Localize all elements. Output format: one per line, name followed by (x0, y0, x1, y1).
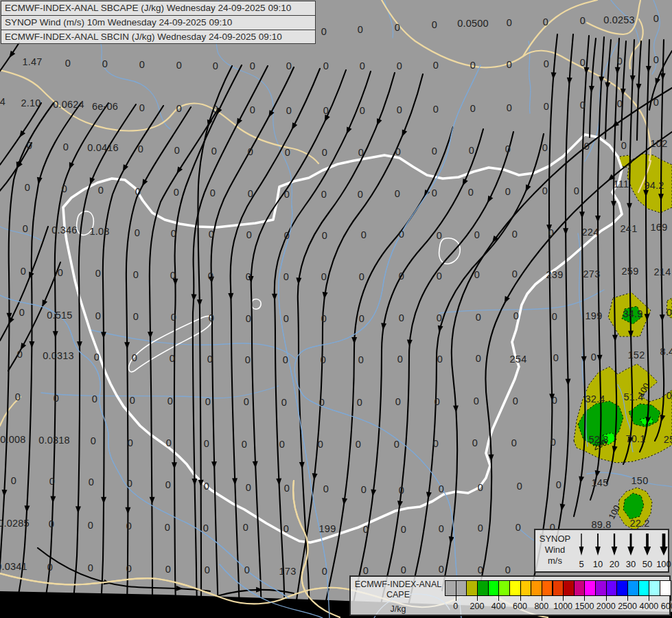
station-value: 0.0313 (43, 350, 74, 361)
cape-scale-label: 6000 (655, 602, 672, 611)
arrowhead-icon (101, 332, 106, 339)
station-value: 0 (653, 97, 659, 108)
arrowhead-icon (6, 317, 14, 325)
arrowhead-icon (77, 341, 82, 348)
arrowhead-icon (232, 478, 237, 485)
station-value: 173 (279, 566, 297, 577)
arrowhead-icon (290, 122, 298, 131)
station-value: 0 (363, 565, 369, 576)
station-value: 0 (512, 229, 518, 240)
wind-arrow-icon (579, 547, 584, 556)
station-value: 0 (439, 483, 444, 494)
arrowhead-icon (253, 461, 258, 468)
lake-outline (251, 299, 261, 309)
title-line-wind: SYNOP Wind (m/s) 10m Wednesday 24-09-202… (1, 16, 315, 30)
arrowhead-icon (588, 86, 594, 93)
cape-scale-tick (563, 596, 564, 601)
station-value: 0 (139, 59, 145, 70)
station-value: 0 (244, 564, 250, 575)
station-value: 0 (363, 524, 369, 535)
station-value: 0 (399, 485, 404, 496)
arrowhead-icon (426, 492, 432, 499)
station-value: 0 (542, 185, 548, 196)
arrowhead-icon (321, 292, 327, 299)
station-value: 70.1 (625, 433, 645, 444)
station-value: 0 (505, 186, 511, 197)
station-value: 0 (507, 59, 512, 70)
station-value: 0 (250, 60, 255, 71)
streamline (298, 73, 395, 608)
wind-arrow-icon (660, 547, 667, 556)
arrowhead-icon (24, 505, 30, 512)
cape-scale-tick (606, 596, 607, 601)
arrowhead-icon (453, 405, 459, 412)
station-value: 0 (23, 223, 28, 234)
arrowhead-icon (614, 67, 620, 74)
cape-scale-cell (445, 580, 456, 596)
title-box: ECMWF-INDEX-ANAL SBCAPE (J/kg) Wednesday… (1, 1, 316, 44)
station-value: 0 (245, 354, 251, 365)
arrowhead-icon (67, 162, 74, 170)
station-value: 0 (62, 183, 67, 194)
arrowhead-icon (228, 293, 233, 300)
station-value: 0.0341 (0, 561, 27, 572)
station-value: 0 (285, 147, 290, 158)
arrowhead-icon (374, 118, 382, 126)
streamline (637, 41, 641, 140)
station-value: 0.346 (51, 225, 77, 236)
arrowhead-icon (50, 496, 56, 503)
arrowhead-icon (272, 294, 277, 301)
station-value: 150 (632, 475, 649, 486)
country-border-line (523, 0, 597, 56)
station-value: 0 (207, 354, 213, 365)
arrowhead-icon (460, 179, 468, 187)
station-value: 0 (513, 396, 518, 407)
station-value: 0 (470, 60, 476, 71)
station-value: 0 (432, 146, 437, 157)
cape-legend-title: ECMWF-INDEX-ANAL CAPE (354, 580, 443, 600)
station-value: 0 (515, 522, 521, 533)
station-value: 0 (139, 102, 145, 113)
station-value: 0.0318 (38, 435, 70, 446)
arrowhead-icon (612, 334, 618, 341)
station-value: 0 (394, 439, 399, 450)
station-value: 0 (213, 60, 218, 71)
station-value: 0 (321, 354, 326, 365)
lake-outline (439, 238, 461, 264)
station-value: 94.2 (644, 180, 664, 191)
cape-scale-tick (456, 596, 456, 601)
station-value: 0 (17, 349, 23, 360)
station-value: 0 (395, 396, 401, 407)
cape-scale-cell (456, 580, 467, 596)
station-value: 0 (128, 437, 133, 448)
wind-speed-label: 20 (610, 559, 619, 569)
arrowhead-icon (296, 277, 302, 285)
station-value: 0 (505, 564, 511, 575)
cape-scale-cell (553, 580, 564, 596)
station-value: 0 (474, 229, 480, 240)
station-value: 0 (359, 313, 364, 324)
station-value: 0 (284, 483, 290, 494)
station-value: 4 (0, 96, 5, 107)
station-value: 25 (664, 434, 672, 445)
station-value: 0 (319, 397, 325, 408)
station-value: 111 (614, 179, 629, 190)
station-value: 0 (397, 104, 402, 115)
station-value: 0 (283, 271, 289, 282)
arrowhead-icon (636, 84, 641, 91)
station-value: 0 (127, 478, 132, 489)
country-border-line (0, 70, 318, 163)
station-value: 0 (360, 60, 365, 71)
station-value: 0 (322, 566, 327, 577)
station-value: 0 (544, 58, 549, 69)
station-value: 0 (204, 481, 209, 492)
arrowhead-icon (599, 76, 605, 83)
hungary-border (63, 135, 622, 542)
station-value: 0 (283, 313, 289, 324)
station-value: 0 (468, 187, 474, 198)
station-value: 0.0285 (0, 518, 30, 529)
station-value: 0 (361, 484, 367, 495)
station-value: 0 (478, 482, 483, 493)
arrowhead-icon (380, 323, 386, 330)
station-value: 2.10 (21, 98, 40, 108)
